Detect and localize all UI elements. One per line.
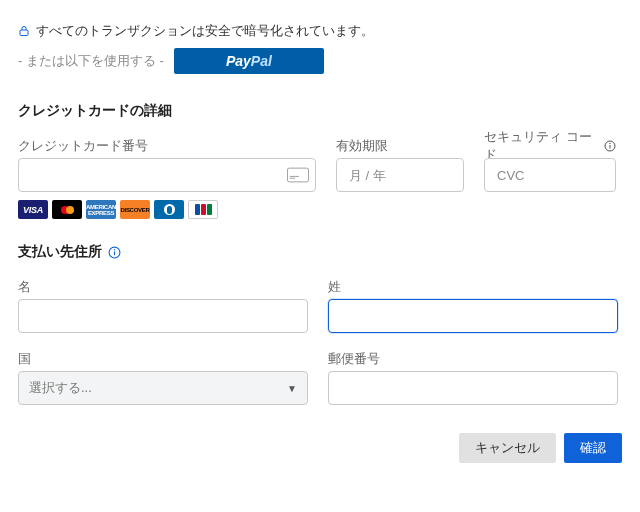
alt-payment-row: - または以下を使用する - PayPal xyxy=(18,48,622,74)
svg-rect-3 xyxy=(290,178,296,179)
first-name-input[interactable] xyxy=(18,299,308,333)
expiry-label: 有効期限 xyxy=(336,138,464,154)
cancel-button[interactable]: キャンセル xyxy=(459,433,556,463)
last-name-input[interactable] xyxy=(328,299,618,333)
mastercard-icon xyxy=(52,200,82,219)
country-select[interactable]: 選択する... ▼ xyxy=(18,371,308,405)
paypal-button[interactable]: PayPal xyxy=(174,48,324,74)
discover-icon: DISCOVER xyxy=(120,200,150,219)
card-brands: VISA AMERICANEXPRESS DISCOVER xyxy=(18,200,622,219)
cvc-label: セキュリティ コード xyxy=(484,138,616,154)
country-label: 国 xyxy=(18,351,308,367)
info-icon[interactable] xyxy=(108,246,121,259)
card-number-input[interactable] xyxy=(18,158,316,192)
svg-point-9 xyxy=(114,249,115,250)
secure-banner: すべてのトランザクションは安全で暗号化されています。 xyxy=(18,22,622,40)
last-name-label: 姓 xyxy=(328,279,618,295)
visa-icon: VISA xyxy=(18,200,48,219)
amex-icon: AMERICANEXPRESS xyxy=(86,200,116,219)
diners-icon xyxy=(154,200,184,219)
secure-text: すべてのトランザクションは安全で暗号化されています。 xyxy=(36,22,374,40)
svg-rect-1 xyxy=(287,168,308,182)
svg-point-6 xyxy=(610,143,611,144)
confirm-button[interactable]: 確認 xyxy=(564,433,622,463)
zip-input[interactable] xyxy=(328,371,618,405)
card-icon xyxy=(287,167,309,183)
chevron-down-icon: ▼ xyxy=(287,383,297,394)
cvc-input[interactable] xyxy=(484,158,616,192)
svg-rect-0 xyxy=(20,30,28,36)
footer: キャンセル 確認 xyxy=(0,419,640,477)
jcb-icon xyxy=(188,200,218,219)
card-number-label: クレジットカード番号 xyxy=(18,138,316,154)
alt-label: - または以下を使用する - xyxy=(18,52,164,70)
card-section-title: クレジットカードの詳細 xyxy=(18,102,622,120)
lock-icon xyxy=(18,25,30,37)
first-name-label: 名 xyxy=(18,279,308,295)
zip-label: 郵便番号 xyxy=(328,351,618,367)
info-icon[interactable] xyxy=(604,140,616,152)
expiry-input[interactable] xyxy=(336,158,464,192)
billing-section-title: 支払い先住所 xyxy=(18,243,622,261)
svg-rect-2 xyxy=(290,176,299,177)
